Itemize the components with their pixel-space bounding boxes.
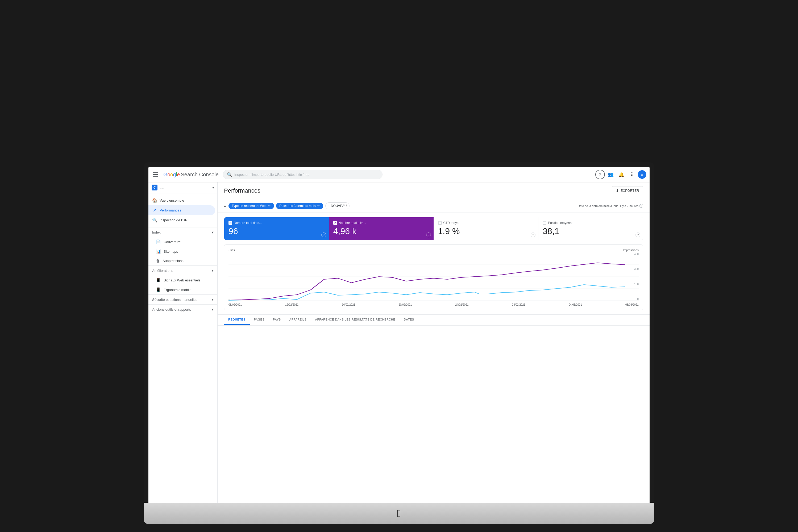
chart-right-label: Impressions (623, 248, 639, 252)
page-title: Performances (224, 187, 261, 194)
ergonomie-icon: 📱 (156, 287, 161, 292)
metric-card-ctr[interactable]: CTR moyen 1,9 % ? (434, 217, 538, 240)
x-label-0: 08/02/2021 (228, 303, 242, 306)
apps-button[interactable]: ⠿ (627, 170, 637, 179)
sidebar-item-performances[interactable]: ↗ Performances (148, 205, 215, 215)
sidebar-item-sitemaps[interactable]: 📊 Sitemaps (148, 247, 217, 256)
ameliorations-collapse-icon: ▾ (212, 268, 214, 273)
metric-info-impressions[interactable]: ? (426, 232, 431, 237)
sidebar-item-label-sitemaps: Sitemaps (164, 249, 178, 253)
metric-card-position[interactable]: Position moyenne 38,1 ? (538, 217, 643, 240)
chip1-edit-icon: ✏ (268, 204, 271, 208)
x-label-5: 28/02/2021 (512, 303, 525, 306)
search-bar[interactable]: 🔍 Inspecter n'importe quelle URL de 'htt… (223, 170, 382, 179)
tab-pages[interactable]: PAGES (250, 315, 269, 325)
avatar[interactable]: a (638, 170, 646, 179)
notifications-button[interactable]: 🔔 (616, 170, 626, 179)
export-icon: ⬇ (616, 189, 619, 193)
search-icon: 🔍 (227, 172, 232, 177)
add-filter-button[interactable]: + NOUVEAU (325, 203, 350, 209)
tab-pages-label: PAGES (254, 318, 265, 321)
export-button[interactable]: ⬇ EXPORTER (612, 186, 643, 195)
menu-bar-1 (153, 172, 158, 173)
chart-x-labels: 08/02/2021 12/02/2021 16/02/2021 20/02/2… (228, 303, 639, 306)
tab-dates-label: DATES (404, 318, 414, 321)
tab-requetes-label: REQUÊTES (228, 318, 246, 321)
filter-chip-search-type[interactable]: Type de recherche: Web ✏ (228, 203, 274, 209)
chart-top-labels: Clics Impressions (228, 248, 639, 252)
metric-card-impressions[interactable]: ✓ Nombre total d'im... 4,96 k ? (329, 217, 434, 240)
tab-appareils-label: APPAREILS (289, 318, 307, 321)
metric-info-position[interactable]: ? (635, 232, 640, 237)
sidebar-item-suppressions[interactable]: 🗑 Suppressions (148, 256, 217, 265)
anciens-outils-collapse-icon: ▾ (212, 307, 214, 311)
home-icon: 🏠 (152, 198, 157, 203)
tab-dates[interactable]: DATES (400, 315, 418, 325)
logo-google: Google (163, 172, 180, 178)
chart-left-label: Clics (228, 248, 235, 252)
sidebar-item-inspection-url[interactable]: 🔍 Inspection de l'URL (148, 215, 215, 225)
ameliorations-section-title: Améliorations (152, 269, 173, 273)
index-section-header[interactable]: Index ▾ (148, 227, 217, 237)
sidebar-item-ergonomie[interactable]: 📱 Ergonomie mobile (148, 285, 217, 294)
site-name: c... (159, 186, 210, 190)
y-axis-right: 450 300 150 0 (634, 253, 639, 301)
sidebar-item-signaux-web[interactable]: 📱 Signaux Web essentiels (148, 275, 217, 285)
x-label-4: 24/02/2021 (455, 303, 469, 306)
main-content: Performances ⬇ EXPORTER ≡ Type de recher… (217, 182, 650, 503)
checkbox-position (543, 221, 546, 225)
securite-section-header[interactable]: Sécurité et actions manuelles ▾ (148, 295, 217, 304)
site-dropdown-icon: ▾ (212, 185, 214, 190)
checkbox-clics: ✓ (228, 221, 232, 225)
x-label-3: 20/02/2021 (398, 303, 412, 306)
metric-card-clics[interactable]: ✓ Nombre total de c... 96 ? (224, 217, 329, 240)
menu-bar-2 (153, 174, 158, 175)
inspect-icon: 🔍 (152, 217, 157, 223)
tab-requetes[interactable]: REQUÊTES (224, 315, 250, 325)
y-right-300: 300 (634, 268, 639, 270)
sidebar-item-couverture[interactable]: 📄 Couverture (148, 237, 217, 247)
menu-button[interactable] (152, 170, 161, 179)
filter-chip-date[interactable]: Date: Les 3 derniers mois ✏ (276, 203, 323, 209)
anciens-outils-section: Anciens outils et rapports ▾ (148, 304, 217, 314)
help-button[interactable]: ? (595, 170, 605, 179)
metric-value-impressions: 4,96 k (333, 226, 429, 236)
tab-pays[interactable]: PAYS (269, 315, 285, 325)
metrics-area: ✓ Nombre total de c... 96 ? (217, 213, 650, 315)
tabs-bar: REQUÊTES PAGES PAYS APPAREILS APPARENCE (217, 315, 650, 326)
sitemaps-icon: 📊 (156, 249, 161, 254)
export-label: EXPORTER (621, 189, 639, 193)
metric-info-ctr[interactable]: ? (531, 232, 535, 237)
x-label-7: 08/03/2021 (625, 303, 639, 306)
ameliorations-section-header[interactable]: Améliorations ▾ (148, 266, 217, 275)
anciens-outils-header[interactable]: Anciens outils et rapports ▾ (148, 305, 217, 314)
users-button[interactable]: 👥 (606, 170, 615, 179)
last-update-info-icon: ? (640, 204, 643, 208)
suppressions-icon: 🗑 (156, 259, 160, 263)
metric-label-impressions: Nombre total d'im... (339, 221, 366, 225)
last-update-label: Date de la dernière mise à jour : il y a… (578, 204, 639, 208)
sidebar-item-label-ergonomie: Ergonomie mobile (164, 288, 191, 292)
index-section-title: Index (152, 230, 161, 234)
topbar: Google Search Console 🔍 Inspecter n'impo… (148, 167, 650, 182)
screen-bezel: Google Search Console 🔍 Inspecter n'impo… (144, 162, 654, 503)
tab-pays-label: PAYS (273, 318, 281, 321)
x-label-2: 16/02/2021 (342, 303, 355, 306)
tab-appareils[interactable]: APPAREILS (285, 315, 311, 325)
content-header: Performances ⬇ EXPORTER (217, 182, 650, 199)
site-selector[interactable]: C c... ▾ (148, 182, 217, 193)
tab-apparence[interactable]: APPARENCE DANS LES RÉSULTATS DE RECHERCH… (311, 315, 400, 325)
logo-area: Google Search Console (163, 172, 218, 178)
metric-value-ctr: 1,9 % (438, 226, 534, 236)
index-section: Index ▾ 📄 Couverture 📊 Sitemaps 🗑 (148, 227, 217, 265)
impressions-line (228, 263, 625, 300)
chart-svg (228, 253, 639, 301)
sidebar: C c... ▾ 🏠 Vue d'ensemble ↗ Performances (148, 182, 217, 503)
metric-info-clics[interactable]: ? (321, 232, 326, 237)
sidebar-item-vue-ensemble[interactable]: 🏠 Vue d'ensemble (148, 195, 215, 205)
securite-section: Sécurité et actions manuelles ▾ (148, 294, 217, 304)
checkbox-ctr (438, 221, 442, 225)
clics-line (228, 285, 625, 300)
metric-label-clics: Nombre total de c... (234, 221, 262, 225)
securite-section-title: Sécurité et actions manuelles (152, 298, 197, 302)
